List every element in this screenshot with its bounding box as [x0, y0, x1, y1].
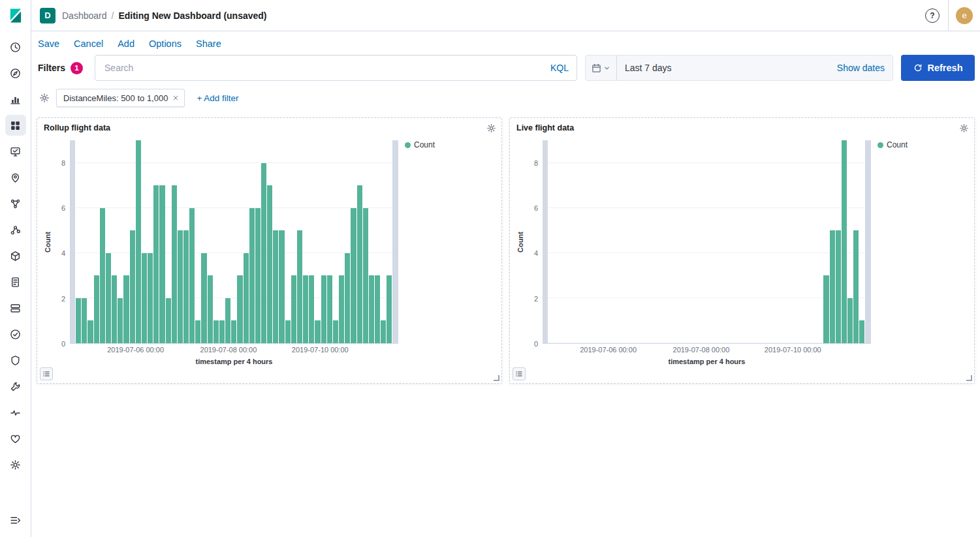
count-bar: [285, 320, 291, 343]
sidebar-item-infrastructure[interactable]: [5, 245, 26, 266]
count-bar: [381, 320, 386, 343]
refresh-button[interactable]: Refresh: [901, 55, 975, 81]
count-bar: [273, 230, 278, 343]
kibana-app: D Dashboard / Editing New Dashboard (uns…: [0, 0, 980, 537]
panel-options-gear-icon[interactable]: [959, 123, 969, 133]
count-bar: [847, 298, 853, 343]
legend-label: Count: [414, 140, 435, 149]
count-bar: [159, 185, 165, 343]
sidebar-item-logs[interactable]: [5, 271, 26, 292]
count-bar: [255, 208, 261, 343]
app-sidebar: [0, 0, 31, 537]
date-quick-select-button[interactable]: [586, 55, 617, 80]
panel-title[interactable]: Rollup flight data: [42, 123, 110, 132]
sidebar-item-management[interactable]: [5, 454, 26, 475]
sidebar-item-canvas[interactable]: [5, 141, 26, 162]
count-bar: [106, 253, 111, 343]
show-dates-button[interactable]: Show dates: [837, 63, 893, 73]
cancel-button[interactable]: Cancel: [74, 38, 103, 49]
sidebar-item-apm[interactable]: [5, 298, 26, 318]
user-avatar[interactable]: e: [956, 7, 973, 24]
date-picker: Last 7 days Show dates: [585, 55, 893, 81]
y-tick-label: 2: [61, 295, 65, 303]
dashboard-app-badge: D: [40, 8, 55, 23]
filter-pill-close-icon[interactable]: [172, 95, 179, 101]
count-bar: [387, 275, 392, 343]
filter-options-gear-icon[interactable]: [39, 93, 50, 103]
breadcrumb-dashboard[interactable]: Dashboard: [62, 10, 107, 21]
kibana-logo[interactable]: [0, 0, 31, 31]
count-bar: [345, 253, 350, 343]
header-divider: [948, 0, 949, 31]
count-bar: [842, 140, 847, 343]
y-tick-label: 0: [61, 340, 65, 348]
calendar-icon: [592, 63, 601, 73]
sidebar-collapse-button[interactable]: [5, 510, 26, 530]
help-icon[interactable]: ?: [925, 8, 940, 23]
sidebar-item-monitoring[interactable]: [5, 402, 26, 423]
count-bar: [100, 208, 105, 343]
filters-toggle-button[interactable]: Filters 1: [37, 62, 87, 74]
panel-title[interactable]: Live flight data: [515, 123, 574, 132]
legend-item-count[interactable]: Count: [405, 140, 496, 149]
legend-toggle-button[interactable]: [40, 367, 53, 380]
search-input[interactable]: [103, 62, 545, 74]
sidebar-item-visualize[interactable]: [5, 89, 26, 110]
count-bar: [201, 253, 206, 343]
panel-resize-handle[interactable]: [494, 375, 499, 381]
count-bar: [375, 275, 380, 343]
panel-options-gear-icon[interactable]: [486, 123, 496, 133]
count-bar: [183, 230, 189, 343]
date-range-value[interactable]: Last 7 days: [617, 63, 837, 73]
save-button[interactable]: Save: [38, 38, 59, 49]
sidebar-item-graph[interactable]: [5, 219, 26, 240]
canvas-icon: [10, 146, 21, 157]
count-bar: [244, 253, 249, 343]
search-box: KQL: [95, 55, 577, 81]
count-bar: [166, 298, 171, 343]
count-bar: [261, 163, 266, 343]
partial-bucket-bar: [70, 140, 75, 343]
filter-pill-distancemiles[interactable]: DistanceMiles: 500 to 1,000: [56, 89, 185, 107]
filter-pill-label: DistanceMiles: 500 to 1,000: [63, 93, 168, 103]
sidebar-item-siem[interactable]: [5, 350, 26, 371]
sidebar-item-machine-learning[interactable]: [5, 193, 26, 214]
sidebar-item-stack-monitoring[interactable]: [5, 428, 26, 449]
count-bar: [369, 275, 374, 343]
share-button[interactable]: Share: [196, 38, 221, 49]
sidebar-item-recently-viewed[interactable]: [5, 37, 26, 57]
legend-item-count[interactable]: Count: [877, 140, 969, 149]
panel-rollup-flight-data: Rollup flight data Count 02468: [37, 117, 502, 384]
sidebar-item-maps[interactable]: [5, 167, 26, 188]
count-bar: [249, 208, 255, 343]
management-icon: [10, 459, 21, 470]
count-bar: [153, 185, 159, 343]
count-bar: [853, 230, 859, 343]
y-axis-title: Count: [44, 232, 52, 253]
plot-area: [70, 140, 398, 344]
main-area: D Dashboard / Editing New Dashboard (uns…: [31, 0, 980, 537]
x-tick-label: 2019-07-10 00:00: [765, 346, 821, 354]
query-language-button[interactable]: KQL: [545, 63, 569, 73]
plot-area: [543, 140, 871, 344]
add-button[interactable]: Add: [118, 38, 134, 49]
sidebar-item-discover[interactable]: [5, 63, 26, 84]
options-button[interactable]: Options: [149, 38, 182, 49]
legend-toggle-button[interactable]: [513, 367, 526, 380]
add-filter-button[interactable]: + Add filter: [197, 93, 238, 103]
sidebar-item-dashboard[interactable]: [5, 115, 26, 136]
count-bar: [351, 208, 356, 343]
panel-resize-handle[interactable]: [966, 375, 972, 381]
count-bar: [87, 320, 93, 343]
count-bar: [315, 320, 320, 343]
sidebar-item-dev-tools[interactable]: [5, 376, 26, 397]
count-bar: [219, 320, 225, 343]
uptime-icon: [10, 329, 21, 340]
bar-series: [70, 140, 398, 343]
sidebar-item-uptime[interactable]: [5, 324, 26, 345]
count-bar: [118, 298, 123, 343]
count-bar: [195, 320, 200, 343]
recently-viewed-icon: [10, 42, 21, 53]
kibana-logo-icon: [7, 7, 24, 24]
filters-label: Filters: [38, 63, 65, 73]
